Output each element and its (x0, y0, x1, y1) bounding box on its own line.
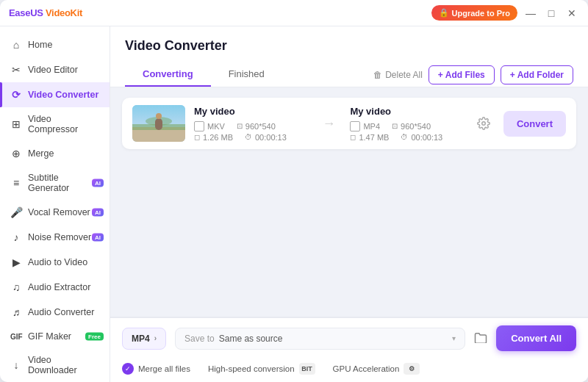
speed-label: High-speed conversion (208, 364, 295, 373)
gif-icon: GIF (10, 333, 22, 341)
output-file-meta: MP4 ⊡ 960*540 (350, 121, 463, 131)
tab-group: Converting Finished (125, 62, 282, 87)
mic-icon: 🎤 (10, 206, 22, 218)
sidebar: ⌂ Home ✂ Video Editor ⟳ Video Converter … (0, 26, 110, 382)
speed-option[interactable]: High-speed conversion BIT (208, 363, 315, 375)
format-value: MP4 (132, 334, 150, 344)
compress-icon: ⊞ (10, 118, 22, 130)
sidebar-label-downloader: Video Downloader (28, 355, 99, 375)
output-duration: ⏱ 00:00:13 (401, 133, 442, 142)
audio-video-icon: ▶ (10, 256, 22, 268)
upgrade-button[interactable]: 🔒 Upgrade to Pro (431, 5, 517, 21)
table-row: My video MKV ⊡ 960*540 (122, 98, 576, 149)
resolution-icon: ⊡ (237, 122, 243, 130)
lock-icon: 🔒 (439, 8, 449, 18)
add-files-button[interactable]: + Add Files (429, 65, 495, 84)
format-select[interactable]: MP4 › (122, 328, 166, 350)
sidebar-label-gif: GIF Maker (28, 331, 71, 342)
home-icon: ⌂ (10, 39, 22, 51)
output-settings-button[interactable] (473, 117, 495, 130)
ai-badge-subtitle: AI (92, 179, 104, 187)
noise-icon: ♪ (10, 231, 22, 243)
ai-badge-noise: AI (92, 234, 104, 242)
source-size-meta: ◻ 1.26 MB ⏱ 00:00:13 (194, 133, 307, 142)
convert-button[interactable]: Convert (503, 111, 566, 137)
source-file-info: My video MKV ⊡ 960*540 (194, 106, 307, 142)
sidebar-item-audio-extractor[interactable]: ♫ Audio Extractor (0, 275, 110, 300)
free-badge: Free (85, 333, 104, 341)
output-size-meta: ◻ 1.47 MB ⏱ 00:00:13 (350, 133, 463, 142)
add-folder-button[interactable]: + Add Folder (501, 65, 573, 84)
close-button[interactable]: ✕ (564, 6, 579, 21)
sidebar-item-gif-maker[interactable]: GIF GIF Maker Free (0, 325, 110, 348)
output-res-icon: ⊡ (392, 122, 398, 130)
delete-all-label: Delete All (385, 70, 423, 80)
source-duration: ⏱ 00:00:13 (245, 133, 287, 142)
convert-all-button[interactable]: Convert All (496, 325, 576, 351)
source-file-meta: MKV ⊡ 960*540 (194, 121, 307, 131)
save-to-area[interactable]: Save to Same as source ▾ (175, 328, 465, 350)
sidebar-label-video-converter: Video Converter (28, 90, 98, 100)
bottom-bar: MP4 › Save to Same as source ▾ (110, 317, 588, 358)
output-clock-icon: ⏱ (401, 133, 408, 141)
svg-point-6 (482, 122, 486, 126)
sidebar-item-vocal-remover[interactable]: 🎤 Vocal Remover AI (0, 200, 110, 225)
tab-converting[interactable]: Converting (125, 62, 211, 87)
convert-icon: ⟳ (10, 89, 22, 101)
speed-icon: BIT (299, 363, 315, 375)
sidebar-item-video-editor[interactable]: ✂ Video Editor (0, 57, 110, 82)
sidebar-item-audio-converter[interactable]: ♬ Audio Converter (0, 300, 110, 325)
delete-all-button[interactable]: 🗑 Delete All (373, 70, 423, 80)
sidebar-item-subtitle-generator[interactable]: ≡ Subtitle Generator AI (0, 166, 110, 200)
page-title: Video Converter (125, 38, 573, 54)
sidebar-label-audio-video: Audio to Video (28, 257, 87, 267)
sidebar-label-video-editor: Video Editor (28, 65, 78, 75)
sidebar-label-subtitle: Subtitle Generator (28, 173, 99, 193)
merge-option[interactable]: ✓ Merge all files (122, 363, 190, 375)
output-file-info: My video MP4 ⊡ 960*540 (350, 106, 463, 142)
sidebar-item-video-converter[interactable]: ⟳ Video Converter (0, 82, 110, 107)
file-list-area: My video MKV ⊡ 960*540 (110, 87, 588, 317)
sidebar-item-noise-remover[interactable]: ♪ Noise Remover AI (0, 225, 110, 250)
output-size-icon: ◻ (350, 133, 356, 141)
browse-folder-button[interactable] (474, 331, 487, 346)
toolbar-actions: 🗑 Delete All + Add Files + Add Folder (373, 65, 573, 84)
merge-label: Merge all files (138, 364, 190, 373)
sidebar-label-audio-converter: Audio Converter (28, 307, 94, 317)
source-file-name: My video (194, 106, 307, 117)
merge-check-icon: ✓ (122, 363, 134, 375)
minimize-button[interactable]: — (523, 6, 538, 21)
bottom-panel: MP4 › Save to Same as source ▾ (110, 317, 588, 382)
sidebar-item-merge[interactable]: ⊕ Merge (0, 141, 110, 166)
maximize-button[interactable]: □ (544, 6, 559, 21)
file-thumbnail (132, 105, 185, 142)
bottom-options-bar: ✓ Merge all files High-speed conversion … (110, 358, 588, 382)
gpu-label: GPU Acceleration (333, 364, 400, 373)
save-path-value: Same as source (219, 334, 283, 344)
format-icon (194, 121, 204, 131)
source-resolution: ⊡ 960*540 (237, 121, 276, 131)
gpu-option[interactable]: GPU Acceleration ⚙ (333, 363, 420, 375)
sidebar-label-noise: Noise Remover (28, 232, 91, 242)
output-file-name: My video (350, 106, 463, 117)
extractor-icon: ♫ (10, 281, 22, 293)
svg-rect-4 (155, 118, 162, 130)
format-arrow-icon: › (154, 334, 157, 342)
output-format-icon (350, 121, 360, 131)
sidebar-item-video-downloader[interactable]: ↓ Video Downloader (0, 348, 110, 382)
sidebar-label-extractor: Audio Extractor (28, 282, 90, 292)
download-icon: ↓ (10, 359, 22, 371)
content-header: Video Converter Converting Finished 🗑 De… (110, 26, 588, 87)
sidebar-item-home[interactable]: ⌂ Home (0, 32, 110, 57)
source-size: ◻ 1.26 MB (194, 133, 233, 142)
sidebar-item-audio-to-video[interactable]: ▶ Audio to Video (0, 250, 110, 275)
content-area: Video Converter Converting Finished 🗑 De… (110, 26, 588, 382)
source-format: MKV (194, 121, 225, 131)
sidebar-label-video-compressor: Video Compressor (28, 114, 99, 134)
app-logo: EaseUS VideoKit (9, 7, 82, 18)
scissors-icon: ✂ (10, 64, 22, 76)
output-format: MP4 (350, 121, 380, 131)
size-icon: ◻ (194, 133, 200, 141)
tab-finished[interactable]: Finished (211, 62, 282, 87)
sidebar-item-video-compressor[interactable]: ⊞ Video Compressor (0, 107, 110, 141)
